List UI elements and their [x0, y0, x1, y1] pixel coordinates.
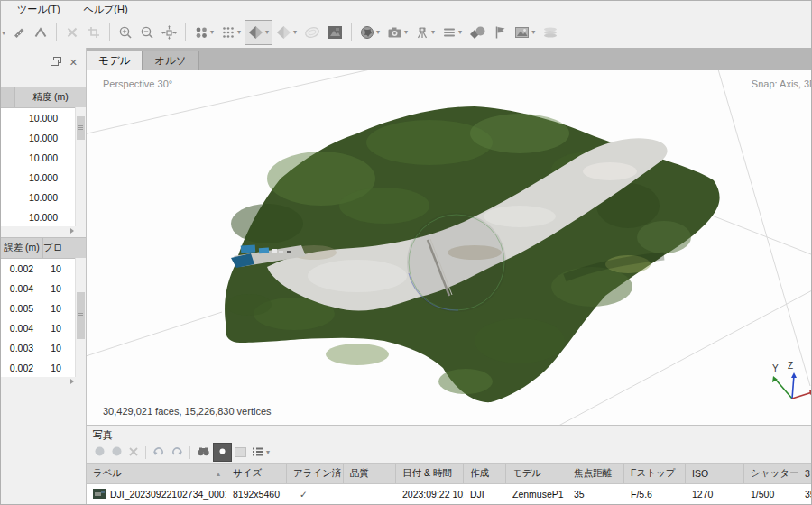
column-header-extra[interactable]: 3 [798, 464, 811, 483]
table-row[interactable]: 10.000 [1, 207, 86, 227]
dropdown-caret[interactable]: ▾ [266, 449, 270, 456]
table-row[interactable]: 0.00210 [1, 358, 86, 378]
remove-photos-button[interactable] [108, 444, 125, 461]
angle-tool-button[interactable] [30, 20, 51, 45]
filter-photos-button[interactable] [194, 444, 213, 461]
mesh-model-button[interactable]: ▾ [245, 20, 272, 45]
accuracy-table-hscrollbar[interactable] [1, 226, 86, 235]
column-header-iso[interactable]: ISO [686, 464, 744, 483]
show-cameras-button[interactable]: ▾ [383, 20, 411, 45]
table-row[interactable]: 10.000 [1, 168, 86, 188]
float-panel-icon[interactable] [51, 54, 61, 70]
orthomosaic-button[interactable] [324, 20, 346, 45]
reference-pane: ✕ 精度 (m) 10.000 10.000 10.000 10.000 10.… [1, 48, 87, 504]
table-row[interactable]: 10.000 [1, 148, 86, 168]
markers-flag-button[interactable] [490, 20, 511, 45]
menu-help[interactable]: ヘルプ(H) [77, 1, 135, 18]
error-column-header[interactable]: 誤差 (m) [1, 238, 43, 258]
rotate-left-button[interactable] [150, 444, 168, 461]
table-row[interactable]: 0.00410 [1, 318, 86, 338]
dropdown-caret[interactable]: ▾ [431, 29, 435, 36]
dropdown-caret[interactable]: ▾ [210, 29, 214, 36]
column-header-text: モデル [512, 467, 541, 480]
accuracy-table: 精度 (m) 10.000 10.000 10.000 10.000 10.00… [1, 87, 86, 227]
error-value: 0.002 [1, 363, 42, 373]
toolbar-overflow-caret[interactable]: ▾ [2, 29, 8, 37]
dropdown-caret[interactable]: ▾ [293, 29, 297, 36]
details-view-button[interactable]: ▾ [249, 444, 272, 461]
column-header-shutter[interactable]: シャッター [744, 464, 798, 483]
region-resize-button[interactable] [83, 20, 105, 45]
projections-column-header[interactable]: プロジ [43, 238, 63, 258]
trackball-overlay [407, 213, 506, 312]
textured-model-button[interactable]: ▾ [272, 20, 300, 45]
column-header-datetime[interactable]: 日付 & 時間 [396, 464, 464, 483]
camera-station-button[interactable]: ▾ [411, 20, 438, 45]
error-value: 0.004 [1, 283, 42, 294]
accuracy-table-header[interactable]: 精度 (m) [1, 87, 86, 108]
dropdown-caret[interactable]: ▾ [237, 29, 241, 36]
column-header-maker[interactable]: 作成 [464, 464, 506, 483]
tab-model[interactable]: モデル [87, 51, 143, 70]
table-row[interactable]: 0.00210 [1, 259, 86, 279]
photos-pane: 写真 ▾ ラベル▴ サイズ アライン済 品質 日付 & 時間 作成 モデル [87, 425, 811, 505]
small-preview-button[interactable] [232, 444, 249, 461]
error-table-hscrollbar[interactable] [1, 377, 86, 386]
add-photos-button[interactable] [91, 444, 108, 461]
fit-view-icon [161, 25, 177, 40]
table-row[interactable]: 10.000 [1, 188, 86, 207]
layers-button[interactable] [539, 20, 562, 45]
dense-cloud-button[interactable]: ▾ [217, 20, 245, 45]
photo-size: 8192x5460 [226, 489, 287, 500]
accuracy-column-header[interactable]: 精度 (m) [15, 87, 86, 107]
photo-iso: 1270 [686, 489, 744, 500]
delete-button[interactable] [61, 20, 83, 45]
photo-row[interactable]: DJI_20230922102734_0001 8192x5460 ✓ 2023… [87, 484, 811, 505]
dropdown-caret[interactable]: ▾ [376, 29, 380, 36]
table-row[interactable]: 10.000 [1, 128, 86, 148]
error-table-header[interactable]: 誤差 (m) プロジ [1, 237, 86, 259]
close-panel-icon[interactable]: ✕ [69, 58, 78, 68]
zoom-in-button[interactable] [115, 20, 136, 45]
rotate-right-button[interactable] [168, 444, 186, 461]
menu-tools[interactable]: ツール(T) [10, 1, 68, 18]
view-thumbnails-button[interactable] [213, 443, 232, 462]
shapes-icon [469, 25, 486, 40]
table-row[interactable]: 0.00310 [1, 338, 86, 358]
column-header-focal[interactable]: 焦点距離 [567, 464, 624, 483]
table-row[interactable]: 0.00410 [1, 279, 86, 298]
grid-lines-button[interactable]: ▾ [438, 20, 466, 45]
orthomosaic-tile-icon [328, 25, 343, 40]
globe-button[interactable]: ▾ [356, 20, 383, 45]
fit-view-button[interactable] [158, 20, 180, 45]
dropdown-caret[interactable]: ▾ [531, 29, 535, 36]
table-row[interactable]: 0.00510 [1, 298, 86, 318]
blob-shape-icon [304, 25, 320, 40]
snap-mode-label: Snap: Axis, 3D [752, 78, 811, 89]
point-cloud-button[interactable]: ▾ [190, 20, 217, 45]
dropdown-caret[interactable]: ▾ [265, 29, 269, 36]
shapes-button[interactable] [466, 20, 490, 45]
column-header-size[interactable]: サイズ [226, 464, 287, 483]
column-header-aligned[interactable]: アライン済 [287, 464, 344, 483]
column-header-quality[interactable]: 品質 [344, 464, 396, 483]
image-overlay-button[interactable]: ▾ [511, 20, 539, 45]
column-header-label[interactable]: ラベル▴ [87, 464, 226, 483]
zoom-out-button[interactable] [136, 20, 158, 45]
delete-photos-button[interactable] [125, 444, 142, 461]
accuracy-value: 10.000 [1, 152, 86, 163]
dropdown-caret[interactable]: ▾ [458, 29, 462, 36]
tab-ortho[interactable]: オルソ [143, 51, 198, 70]
marker-column-header [1, 87, 15, 107]
error-table-scrollbar[interactable] [75, 258, 86, 377]
ruler-tool-button[interactable] [8, 20, 30, 45]
table-row[interactable]: 10.000 [1, 108, 86, 128]
column-header-model[interactable]: モデル [506, 464, 567, 483]
accuracy-table-scrollbar[interactable] [75, 107, 86, 226]
dock-controls: ✕ [51, 54, 78, 70]
model-viewport[interactable]: Perspective 30° Snap: Axis, 3D 30,429,02… [87, 70, 811, 425]
tiled-model-button[interactable] [300, 20, 324, 45]
column-header-fstop[interactable]: Fストップ [624, 464, 686, 483]
dropdown-caret[interactable]: ▾ [404, 29, 408, 36]
remove-circle-icon [111, 445, 123, 461]
